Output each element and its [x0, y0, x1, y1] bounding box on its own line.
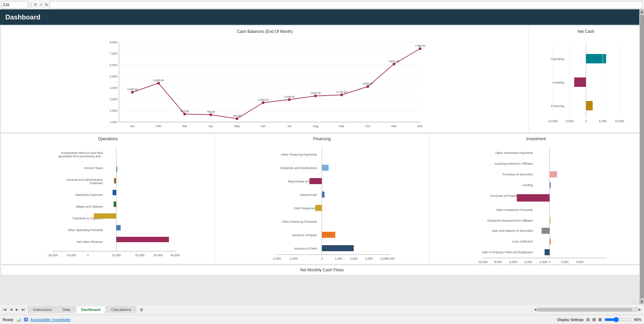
svg-text:Investments refers to cash flo: Investments refers to cash flow — [61, 151, 103, 155]
status-right: Display Settings ⊟ ⊞ ⊠ 90% — [557, 317, 641, 322]
formula-sep: | — [30, 2, 32, 7]
status-ready: Ready — [3, 318, 13, 322]
financing-svg: Other Financing Payments Dividends and D… — [218, 144, 426, 264]
svg-rect-83 — [113, 190, 116, 195]
svg-text:1,945.00: 1,945.00 — [258, 98, 269, 101]
investment-title: Investment — [432, 137, 640, 141]
tab-nav-next[interactable]: ▶ — [14, 307, 20, 312]
svg-text:Loan Collection: Loan Collection — [512, 240, 533, 243]
net-cash-svg: Operating Investing Financing -10,000 -5… — [532, 37, 640, 127]
svg-rect-65 — [586, 101, 593, 110]
top-charts-row: Cash Balances (End Of Month) 8,000 7,000… — [1, 25, 643, 133]
investment-chart: Investment Other Investment Payments Acq… — [429, 134, 643, 264]
svg-text:2,000: 2,000 — [561, 260, 569, 264]
hscroll-left[interactable]: ◀ — [534, 308, 537, 311]
view-normal-icon[interactable]: ⊟ — [586, 317, 590, 322]
svg-text:5,837.00: 5,837.00 — [389, 60, 399, 63]
svg-text:Jun: Jun — [261, 124, 266, 128]
sheet-tabs-bar: |◀ ◀ ▶ ▶| Instructions Data Dashboard Ca… — [0, 304, 644, 315]
svg-text:Marketing Expenses: Marketing Expenses — [75, 193, 103, 197]
svg-text:Dec: Dec — [417, 124, 423, 128]
scroll-thumb[interactable] — [640, 15, 644, 299]
svg-text:-10,000: -10,000 — [547, 119, 558, 123]
svg-point-39 — [367, 85, 369, 88]
confirm-icon[interactable]: ✓ — [39, 2, 43, 7]
tab-calculations[interactable]: Calculations — [106, 306, 136, 313]
svg-text:Financing: Financing — [551, 104, 564, 108]
tab-nav-first[interactable]: |◀ — [1, 307, 8, 312]
accessibility-text[interactable]: Accessibility: Investigate — [31, 318, 70, 322]
svg-text:generated from purchasing and.: generated from purchasing and... — [58, 155, 103, 158]
svg-text:0: 0 — [87, 254, 89, 257]
right-scrollbar: ▲ ▼ — [639, 9, 644, 304]
svg-text:3,000: 3,000 — [110, 98, 117, 101]
zoom-slider[interactable] — [604, 317, 631, 322]
svg-text:10,000: 10,000 — [615, 119, 624, 123]
svg-text:Sale of Property, Plant and Eq: Sale of Property, Plant and Equipment — [482, 251, 533, 254]
svg-text:Mar: Mar — [182, 124, 187, 128]
svg-text:6,000: 6,000 — [110, 63, 117, 67]
svg-text:Sep: Sep — [339, 124, 344, 128]
fx-icon[interactable]: fx — [45, 2, 48, 7]
svg-text:Sale and Maturity of Securitie: Sale and Maturity of Securities — [492, 229, 533, 232]
tab-instructions[interactable]: Instructions — [28, 306, 57, 313]
svg-text:2,633.00: 2,633.00 — [310, 92, 321, 95]
tab-data[interactable]: Data — [57, 306, 75, 313]
svg-point-31 — [157, 82, 160, 85]
svg-rect-82 — [114, 178, 116, 183]
svg-text:-8,000: -8,000 — [493, 260, 502, 264]
svg-text:-2,000: -2,000 — [272, 257, 281, 260]
view-page-icon[interactable]: ⊞ — [592, 317, 596, 322]
svg-text:Acquiring Interest in Affiliat: Acquiring Interest in Affiliates — [494, 162, 533, 165]
operations-chart: Operations Investments refers to cash fl… — [1, 134, 215, 264]
svg-rect-134 — [517, 194, 549, 202]
svg-text:5,000: 5,000 — [110, 75, 117, 78]
title-bar: Dashboard — [0, 9, 644, 25]
page-title: Dashboard — [5, 13, 40, 21]
net-monthly-title: Net Monthly Cash Flows — [300, 268, 344, 272]
svg-rect-135 — [549, 218, 550, 224]
svg-text:760.00: 760.00 — [207, 110, 215, 113]
zoom-level: 90% — [634, 318, 641, 322]
svg-text:3,895.00: 3,895.00 — [153, 79, 164, 82]
svg-text:815.00: 815.00 — [180, 110, 189, 113]
svg-rect-137 — [549, 238, 550, 245]
tab-nav-arrows: |◀ ◀ ▶ ▶| — [1, 307, 26, 312]
svg-point-32 — [183, 113, 186, 115]
cancel-icon[interactable]: ✕ — [34, 2, 37, 7]
formula-input[interactable] — [50, 1, 643, 8]
status-bar: Ready 📊 ♿ Accessibility: Investigate Dis… — [0, 315, 644, 324]
tab-dashboard[interactable]: Dashboard — [76, 306, 105, 313]
add-tab-button[interactable]: ⊕ — [137, 306, 146, 314]
name-box[interactable]: Z16 — [1, 1, 28, 8]
status-left: Ready 📊 ♿ Accessibility: Investigate — [3, 317, 70, 322]
svg-point-38 — [340, 94, 343, 96]
svg-text:Other Financing Payments: Other Financing Payments — [281, 153, 317, 156]
svg-rect-133 — [549, 182, 550, 188]
svg-text:-1,000: -1,000 — [289, 257, 298, 260]
svg-text:0: 0 — [321, 257, 323, 260]
svg-text:Expenses: Expenses — [90, 181, 103, 185]
accessibility-icon: ♿ — [24, 318, 28, 321]
svg-point-33 — [210, 113, 212, 116]
app-wrapper: Z16 | ✕ ✓ fx Dashboard Cash Balances (En… — [0, 0, 644, 324]
svg-text:Interest Paid: Interest Paid — [300, 193, 317, 197]
display-settings[interactable]: Display Settings — [557, 318, 584, 322]
svg-text:30,000: 30,000 — [154, 254, 163, 257]
hscroll-right[interactable]: ▶ — [639, 308, 641, 311]
tab-nav-last[interactable]: ▶| — [20, 307, 27, 312]
cell-mode-icon: 📊 — [16, 317, 21, 322]
svg-rect-106 — [310, 178, 322, 184]
tab-nav-prev[interactable]: ◀ — [8, 307, 14, 312]
svg-point-41 — [419, 47, 422, 50]
view-pagebreak-icon[interactable]: ⊠ — [598, 317, 602, 322]
scroll-up[interactable]: ▲ — [640, 9, 644, 14]
svg-text:Apr: Apr — [208, 124, 213, 128]
hscroll-track[interactable] — [537, 308, 638, 312]
operations-svg: Investments refers to cash flow generate… — [4, 144, 212, 264]
net-monthly-section: Net Monthly Cash Flows — [1, 265, 643, 275]
scroll-down[interactable]: ▼ — [640, 299, 644, 304]
svg-rect-63 — [586, 54, 606, 63]
svg-text:10,000: 10,000 — [112, 254, 121, 257]
svg-text:Aug: Aug — [313, 124, 318, 128]
